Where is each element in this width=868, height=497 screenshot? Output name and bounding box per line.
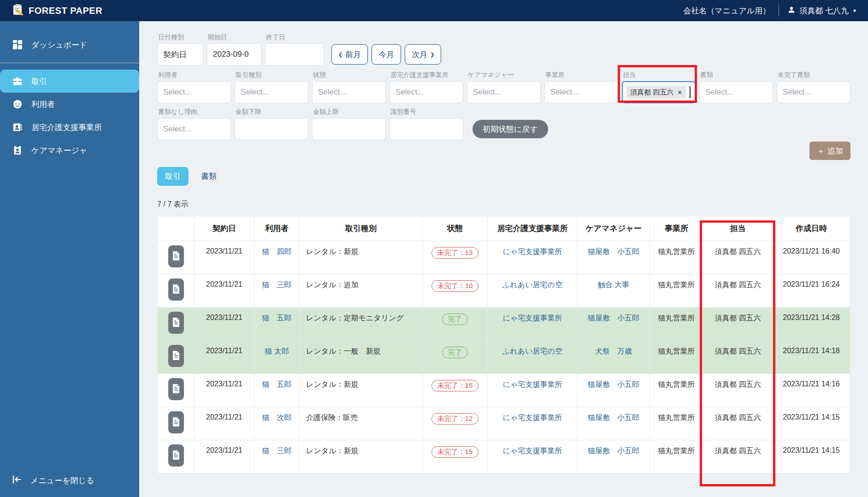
filter-label: 金額上限: [312, 108, 386, 116]
document-button[interactable]: [168, 345, 184, 367]
cell: 2023/11/21 14:15: [773, 440, 850, 473]
user-link[interactable]: 猫 太郎: [265, 347, 289, 355]
brand: FOREST PAPER: [12, 4, 102, 18]
user-link[interactable]: 猫 次郎: [262, 414, 292, 421]
filter-select-居宅介護支援事業所[interactable]: Select...: [390, 81, 463, 103]
sidebar-item-caremanager[interactable]: ケアマネージャ: [0, 139, 139, 162]
document-button[interactable]: [168, 278, 184, 301]
support-office-link[interactable]: にゃ宅支援事業所: [503, 447, 562, 455]
support-office-link[interactable]: にゃ宅支援事業所: [503, 314, 562, 322]
filter-select-ケアマネジャー[interactable]: Select...: [467, 81, 541, 103]
tanto: 須真都 四五六: [714, 380, 761, 388]
add-button-label: 追加: [827, 146, 843, 156]
tanto: 須真都 四五六: [714, 314, 761, 322]
created-at: 2023/11/21 14:28: [783, 314, 839, 321]
filter-select-事業所[interactable]: Select...: [544, 81, 618, 103]
document-button[interactable]: [168, 378, 184, 400]
current-month-button[interactable]: 今月: [372, 44, 401, 65]
filter-select-取引種別[interactable]: Select...: [235, 81, 308, 103]
contract-date: 2023/11/21: [206, 380, 242, 388]
tanto: 須真都 四五六: [714, 248, 761, 255]
cell: レンタル：新規: [300, 440, 423, 473]
support-office-link[interactable]: ふれあい居宅の空: [502, 281, 562, 289]
user-link[interactable]: 猫 五郎: [262, 380, 292, 388]
cell: レンタル：定期モニタリング: [300, 308, 423, 341]
document-button[interactable]: [168, 245, 184, 267]
support-office-link[interactable]: にゃ宅支援事業所: [503, 414, 562, 421]
sidebar-item-kyotaku[interactable]: 居宅介護支援事業所: [0, 116, 139, 139]
filter-row-dates: 日付種別 契約日 開始日 終了日 ❮ 前月 今月: [157, 33, 868, 65]
transaction-type: レンタル：新規: [306, 248, 359, 255]
user-menu[interactable]: 須真都 七八九 ▾: [787, 6, 856, 16]
care-manager-link[interactable]: 猫屋敷 小五郎: [588, 380, 639, 388]
sidebar-item-dashboard[interactable]: ダッシュボード: [0, 33, 139, 56]
reset-filters-button[interactable]: 初期状態に戻す: [472, 120, 548, 138]
add-button[interactable]: ＋ 追加: [809, 142, 850, 160]
cell: 2023/11/21: [195, 374, 254, 407]
text-cursor: [690, 86, 691, 98]
filter-input-金額上限[interactable]: [318, 124, 380, 134]
care-manager-link[interactable]: 猫屋敷 小五郎: [588, 248, 639, 255]
cell: 2023/11/21: [195, 241, 254, 274]
start-date-input[interactable]: [213, 50, 255, 59]
care-manager-link[interactable]: 猫屋敷 小五郎: [588, 414, 639, 421]
close-menu-button[interactable]: メニューを閉じる: [0, 470, 139, 491]
support-office-link[interactable]: にゃ宅支援事業所: [503, 248, 562, 255]
filter-input-box: [235, 118, 308, 140]
cell: 完了: [423, 341, 488, 374]
document-button[interactable]: [168, 411, 184, 433]
filter-input-識別番号[interactable]: [396, 124, 457, 134]
prev-month-button[interactable]: ❮ 前月: [331, 44, 368, 65]
tab-書類[interactable]: 書類: [193, 167, 224, 186]
document-button[interactable]: [168, 312, 184, 334]
cell: 猫屋敷 小五郎: [578, 308, 650, 341]
next-month-button[interactable]: 次月 ❯: [405, 44, 441, 65]
filter-select-状態[interactable]: Select...: [312, 81, 386, 103]
filter-row-extra: 書類なし理由Select...金額下限金額上限識別番号初期状態に戻す: [157, 108, 868, 140]
transaction-type: レンタル：定期モニタリング: [306, 314, 404, 322]
column-header-作成日時: 作成日時: [773, 216, 850, 241]
user-link[interactable]: 猫 三郎: [262, 281, 292, 289]
cell: 猫丸営業所: [650, 374, 703, 407]
created-at: 2023/11/21 16:24: [783, 280, 839, 288]
cell: 猫丸営業所: [650, 241, 703, 274]
cell: レンタル：一般 新規: [300, 341, 423, 374]
filter-select-書類なし理由[interactable]: Select...: [157, 118, 231, 140]
filter-label: 担当: [622, 71, 696, 79]
sidebar-item-torihiki[interactable]: 取引: [0, 70, 139, 93]
tanto-filter-tag: 須真都 四五六✕: [626, 86, 686, 99]
cell: 未完了：15: [423, 374, 488, 407]
status-badge: 未完了：12: [431, 413, 479, 425]
cell: 2023/11/21 14:16: [773, 374, 850, 407]
filter-select-未完了書類[interactable]: Select...: [777, 81, 850, 103]
date-type-select[interactable]: 契約日: [157, 43, 203, 65]
cell: 須真都 四五六: [703, 308, 773, 341]
contract-date: 2023/11/21: [206, 314, 242, 321]
tanto-filter-select[interactable]: 須真都 四五六✕: [622, 81, 696, 103]
filter-select-書類[interactable]: Select...: [699, 81, 773, 103]
care-manager-link[interactable]: 猫屋敷 小五郎: [588, 447, 639, 455]
end-date-label: 終了日: [265, 33, 324, 41]
transactions-table: 契約日利用者取引種別状態居宅介護支援事業所ケアマネジャー事業所担当作成日時 20…: [157, 216, 850, 473]
cell: [158, 407, 195, 440]
user-link[interactable]: 猫 五郎: [262, 314, 292, 322]
select-placeholder: Select...: [705, 88, 733, 97]
filter-input-金額下限[interactable]: [241, 124, 302, 134]
filter-select-利用者[interactable]: Select...: [157, 81, 231, 103]
contract-date: 2023/11/21: [206, 347, 242, 355]
tab-取引[interactable]: 取引: [157, 167, 189, 186]
user-link[interactable]: 猫 四郎: [262, 248, 292, 255]
sidebar-item-riyousha[interactable]: 利用者: [0, 93, 139, 116]
care-manager-link[interactable]: 猫屋敷 小五郎: [588, 314, 639, 322]
care-manager-link[interactable]: 犬祭 万歳: [595, 347, 632, 355]
company-name: 会社名（マニュアル用）: [683, 6, 770, 16]
user-link[interactable]: 猫 三郎: [262, 447, 292, 455]
cell: 2023/11/21: [195, 341, 254, 374]
support-office-link[interactable]: にゃ宅支援事業所: [503, 380, 562, 388]
support-office-link[interactable]: ふれあい居宅の空: [502, 347, 562, 355]
end-date-input[interactable]: [271, 50, 318, 59]
remove-tag-icon[interactable]: ✕: [677, 89, 682, 96]
care-manager-link[interactable]: 触合 大事: [598, 281, 629, 289]
document-icon: [172, 318, 180, 328]
document-button[interactable]: [168, 444, 184, 467]
